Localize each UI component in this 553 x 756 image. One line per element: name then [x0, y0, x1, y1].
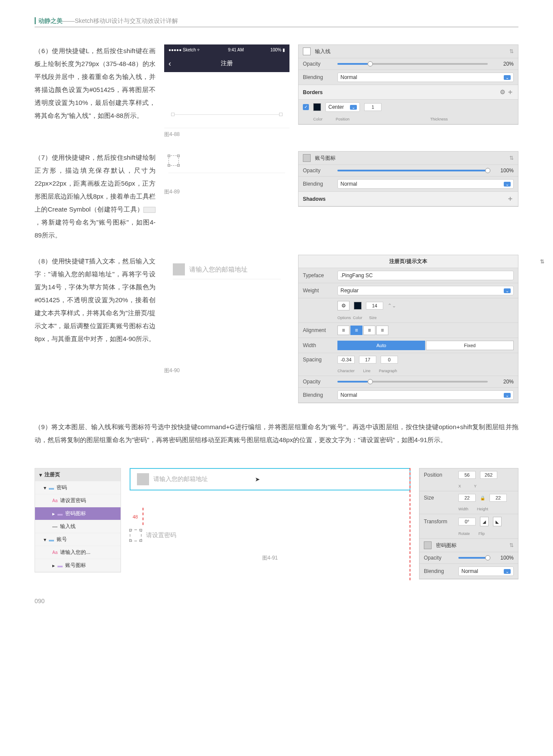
- page-header: 动静之美——Sketch移动UI设计与交互动效设计详解: [35, 17, 518, 27]
- style-select-icon[interactable]: ⇅: [509, 155, 514, 161]
- layer-text-password[interactable]: Aa 请设置密码: [35, 494, 121, 507]
- gear-icon[interactable]: ⚙: [500, 89, 505, 95]
- cursor-icon: ➤: [255, 476, 260, 483]
- password-icon[interactable]: [130, 529, 142, 541]
- layer-symbol-password-icon[interactable]: ▸ ▬ 密码图标: [35, 507, 121, 520]
- paragraph-9: （9）将文本图层、输入线和账号图标符号选中按快捷键command+G进行编组，并…: [35, 421, 518, 446]
- align-left-button[interactable]: ≡: [337, 326, 350, 335]
- width-input[interactable]: 22: [458, 494, 476, 502]
- text-color-swatch[interactable]: [354, 302, 362, 310]
- blending-select[interactable]: Normal⌄: [337, 73, 514, 82]
- account-icon-placeholder: [173, 263, 185, 275]
- layer-symbol-account-icon[interactable]: ▸ ▬ 账号图标: [35, 559, 121, 572]
- back-icon[interactable]: ‹: [168, 59, 171, 68]
- opacity-slider[interactable]: [337, 170, 488, 171]
- email-input-group[interactable]: 请输入您的邮箱地址: [130, 468, 410, 490]
- height-input[interactable]: 22: [489, 494, 507, 502]
- layer-input-line[interactable]: — 输入线: [35, 520, 121, 533]
- layer-root[interactable]: ▾ 注册页: [35, 468, 121, 481]
- opacity-slider[interactable]: [458, 557, 488, 559]
- thickness-input[interactable]: 1: [364, 103, 381, 111]
- inspector-89: 账号图标 ⇅ Opacity 100% Blending Normal⌄ Sha…: [298, 151, 518, 207]
- blending-select[interactable]: Normal⌄: [337, 179, 514, 189]
- paragraph-6: （6）使用快捷键L，然后按住shift键在画板上绘制长度为279px（375-4…: [35, 44, 156, 122]
- password-input-group[interactable]: 请设置密码: [130, 525, 410, 546]
- resize-handle[interactable]: [279, 113, 283, 116]
- rotate-input[interactable]: 0°: [458, 518, 476, 525]
- mockup-88: ●●●●● Sketch ᯤ 9:41 AM 100% ▮ ‹ 注册 图4-88: [164, 44, 289, 138]
- blending-select[interactable]: Normal⌄: [337, 390, 514, 400]
- page-number: 090: [35, 598, 518, 604]
- paragraph-spacing-input[interactable]: 0: [381, 356, 398, 364]
- align-justify-button[interactable]: ≡: [376, 326, 388, 335]
- style-select-icon[interactable]: ⇅: [540, 259, 544, 265]
- paragraph-8: （8）使用快捷键T插入文本，然后输入文字："请输入您的邮箱地址"，再将字号设置为…: [35, 255, 156, 345]
- canvas-91: 请输入您的邮箱地址 ➤ 48 请设置密码 图4-91: [130, 468, 410, 580]
- border-enable-checkbox[interactable]: ✓: [303, 104, 309, 110]
- mockup-90: 请输入您的邮箱地址 图4-90: [164, 255, 289, 374]
- width-fixed-button[interactable]: Fixed: [426, 341, 514, 350]
- layer-group-account[interactable]: ▾ ▬ 账号: [35, 533, 121, 546]
- position-x-input[interactable]: 56: [458, 471, 476, 479]
- char-spacing-input[interactable]: -0.34: [337, 356, 355, 364]
- style-select-icon[interactable]: ⇅: [509, 542, 514, 548]
- weight-select[interactable]: Regular⌄: [337, 286, 514, 295]
- style-select-icon[interactable]: ⇅: [509, 48, 514, 54]
- brand: 动静之美: [35, 17, 63, 24]
- layer-group-password[interactable]: ▾ ▬ 密码: [35, 481, 121, 494]
- layer-text-account[interactable]: Aa 请输入您的...: [35, 546, 121, 559]
- mockup-89: 图4-89: [164, 151, 289, 196]
- lock-icon[interactable]: 🔒: [480, 496, 485, 500]
- opacity-slider[interactable]: [337, 63, 488, 65]
- opacity-slider[interactable]: [337, 381, 488, 383]
- flip-h-button[interactable]: ◢: [480, 517, 489, 526]
- border-position-select[interactable]: Center⌄: [325, 102, 360, 112]
- create-symbol-icon: [143, 207, 156, 213]
- inspector-88: 输入线 ⇅ Opacity 20% Blending Normal⌄ Borde…: [298, 44, 518, 125]
- options-button[interactable]: ⚙: [337, 301, 350, 310]
- align-center-button[interactable]: ≡: [350, 326, 362, 335]
- flip-v-button[interactable]: ◣: [493, 517, 502, 526]
- position-y-input[interactable]: 262: [480, 471, 497, 479]
- inspector-91: Position 56 262 X Y Size 22 🔒 22 Width H…: [419, 468, 518, 579]
- font-size-input[interactable]: 14: [366, 302, 383, 310]
- fill-swatch[interactable]: [303, 154, 311, 162]
- border-color-swatch[interactable]: [313, 103, 321, 111]
- align-right-button[interactable]: ≡: [363, 326, 375, 335]
- square-shape[interactable]: [168, 155, 179, 166]
- width-auto-button[interactable]: Auto: [337, 341, 425, 350]
- add-icon[interactable]: ＋: [507, 194, 514, 203]
- line-spacing-input[interactable]: 17: [359, 356, 376, 364]
- layer-panel: ▾ 注册页 ▾ ▬ 密码 Aa 请设置密码 ▸ ▬ 密码图标 — 输入线 ▾ ▬…: [35, 468, 121, 573]
- account-icon: [137, 473, 149, 485]
- typeface-select[interactable]: .PingFang SC: [337, 271, 514, 280]
- resize-handle[interactable]: [171, 113, 175, 116]
- inspector-90: 注册页/提示文本 ⇅ Typeface .PingFang SC Weight …: [298, 255, 518, 403]
- distance-indicator: 48: [143, 508, 410, 525]
- add-icon[interactable]: ＋: [507, 88, 514, 95]
- fill-swatch[interactable]: [303, 47, 311, 55]
- input-line[interactable]: [173, 114, 281, 115]
- fill-swatch[interactable]: [424, 541, 432, 549]
- blending-select[interactable]: Normal⌄: [458, 566, 514, 576]
- paragraph-7: （7）使用快捷键R，然后按住shift键绘制正方形，描边填充保存默认，尺寸为22…: [35, 151, 156, 242]
